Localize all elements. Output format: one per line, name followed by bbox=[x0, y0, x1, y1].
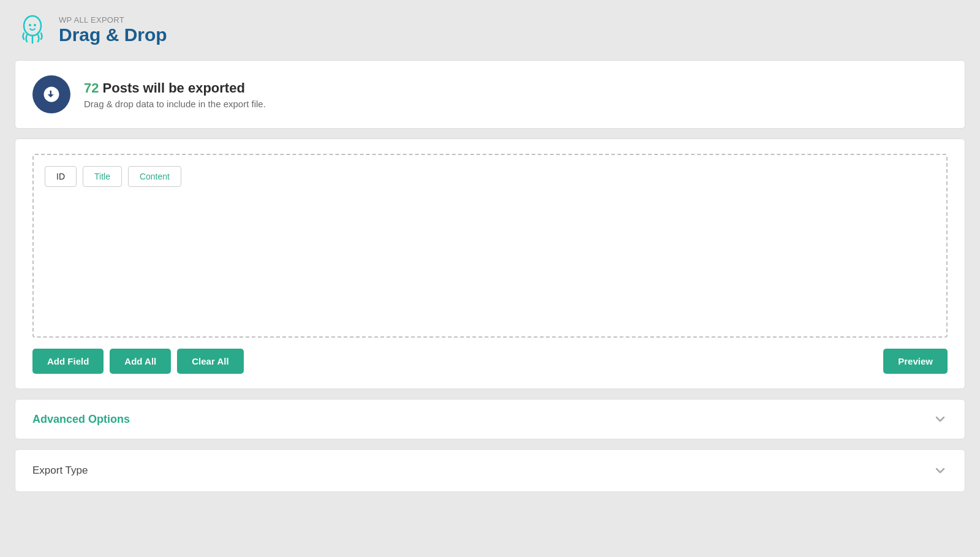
page-header: WP ALL EXPORT Drag & Drop bbox=[15, 12, 965, 48]
clear-all-button[interactable]: Clear All bbox=[177, 349, 243, 374]
header-text: WP ALL EXPORT Drag & Drop bbox=[59, 15, 167, 45]
export-type-chevron-icon bbox=[933, 463, 948, 478]
export-type-card[interactable]: Export Type bbox=[15, 449, 965, 492]
add-field-button[interactable]: Add Field bbox=[32, 349, 104, 374]
svg-point-3 bbox=[34, 24, 36, 26]
export-count-heading: 72 Posts will be exported bbox=[84, 80, 266, 97]
advanced-options-label: Advanced Options bbox=[32, 413, 130, 426]
chevron-down-icon bbox=[933, 412, 948, 426]
field-list: ID Title Content bbox=[45, 166, 935, 187]
logo-icon bbox=[15, 12, 50, 48]
action-bar: Add Field Add All Clear All Preview bbox=[32, 349, 948, 374]
field-tag-title[interactable]: Title bbox=[83, 166, 122, 187]
export-description: Drag & drop data to include in the expor… bbox=[84, 99, 266, 109]
export-type-label: Export Type bbox=[32, 464, 88, 477]
info-card: 72 Posts will be exported Drag & drop da… bbox=[15, 60, 965, 129]
header-subtitle: WP ALL EXPORT bbox=[59, 15, 167, 25]
header-title: Drag & Drop bbox=[59, 25, 167, 45]
preview-button[interactable]: Preview bbox=[883, 349, 948, 374]
svg-point-1 bbox=[24, 16, 41, 36]
advanced-options-card[interactable]: Advanced Options bbox=[15, 399, 965, 439]
download-icon bbox=[42, 85, 61, 104]
field-tag-content[interactable]: Content bbox=[128, 166, 181, 187]
add-all-button[interactable]: Add All bbox=[110, 349, 171, 374]
info-text: 72 Posts will be exported Drag & drop da… bbox=[84, 80, 266, 110]
dragdrop-card: ID Title Content Add Field Add All Clear… bbox=[15, 138, 965, 389]
export-icon-wrap bbox=[32, 75, 70, 113]
svg-point-2 bbox=[29, 24, 31, 26]
field-tag-id[interactable]: ID bbox=[45, 166, 77, 187]
drop-zone[interactable]: ID Title Content bbox=[32, 154, 948, 338]
